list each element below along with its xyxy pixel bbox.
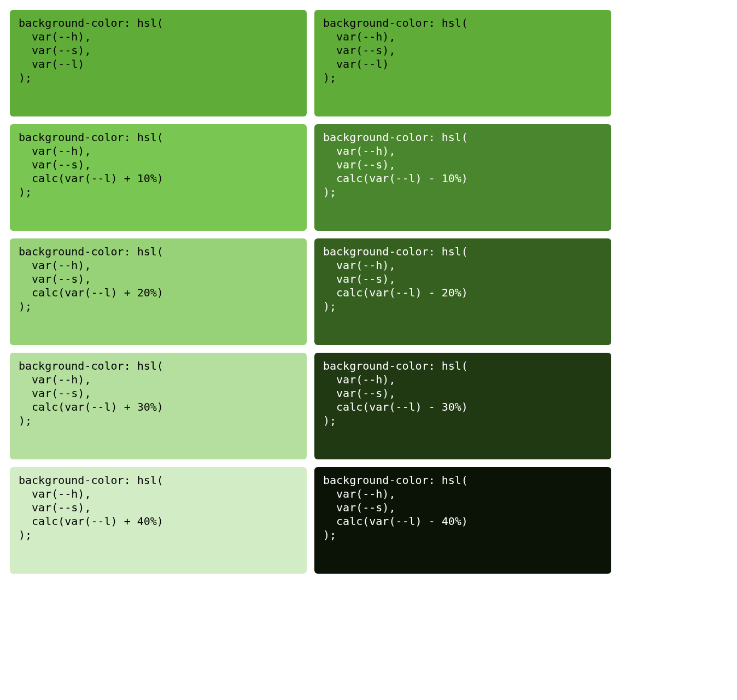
swatch-darken-10: background-color: hsl( var(--h), var(--s… (314, 124, 611, 231)
swatch-grid: background-color: hsl( var(--h), var(--s… (10, 10, 611, 574)
swatch-darken-40: background-color: hsl( var(--h), var(--s… (314, 467, 611, 574)
swatch-lighten-10: background-color: hsl( var(--h), var(--s… (10, 124, 307, 231)
swatch-lighten-40: background-color: hsl( var(--h), var(--s… (10, 467, 307, 574)
swatch-darken-20: background-color: hsl( var(--h), var(--s… (314, 238, 611, 345)
swatch-darken-0: background-color: hsl( var(--h), var(--s… (314, 10, 611, 116)
swatch-lighten-30: background-color: hsl( var(--h), var(--s… (10, 353, 307, 459)
swatch-lighten-20: background-color: hsl( var(--h), var(--s… (10, 238, 307, 345)
swatch-darken-30: background-color: hsl( var(--h), var(--s… (314, 353, 611, 459)
swatch-lighten-0: background-color: hsl( var(--h), var(--s… (10, 10, 307, 116)
